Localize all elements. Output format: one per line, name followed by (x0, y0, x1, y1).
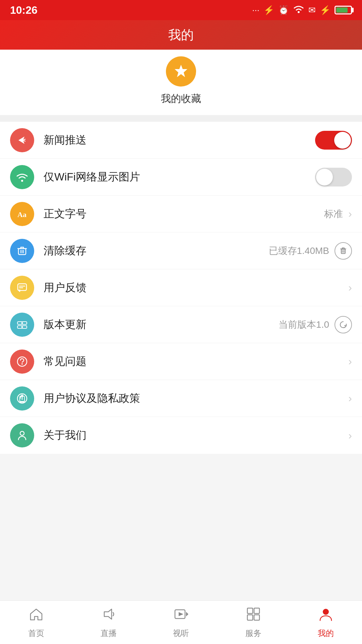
bluetooth-icon: ⚡ (263, 5, 274, 15)
collections-label: 我的收藏 (161, 92, 201, 106)
tab-video[interactable]: 视听 (145, 606, 217, 639)
tab-live[interactable]: 直播 (72, 606, 145, 639)
tab-mine[interactable]: 我的 (290, 606, 362, 639)
svg-point-25 (323, 609, 329, 615)
settings-item-news-push[interactable]: 新闻推送 (0, 122, 362, 159)
about-right: › (348, 429, 352, 442)
faq-chevron-icon: › (348, 355, 352, 368)
cache-size-value: 已缓存1.40MB (269, 245, 329, 257)
tab-mine-label: 我的 (318, 628, 334, 639)
settings-list: 新闻推送 仅WiFi网络显示图片 Aa 正文字号 标准 › (0, 122, 362, 454)
clear-cache-value-wrap: 已缓存1.40MB (269, 242, 352, 260)
section-divider (0, 115, 362, 122)
font-size-value: 标准 (324, 208, 343, 220)
svg-point-13 (21, 363, 23, 365)
version-value-wrap: 当前版本1.0 (279, 316, 352, 333)
charge-icon: ⚡ (320, 5, 330, 15)
service-tab-icon (246, 606, 261, 625)
home-tab-icon (28, 606, 44, 625)
page-header: 我的 (0, 20, 362, 50)
msg-icon: ✉ (308, 5, 316, 15)
tab-video-label: 视听 (173, 628, 189, 639)
svg-rect-22 (254, 608, 259, 613)
svg-rect-7 (18, 284, 26, 290)
tab-bar: 首页 直播 视听 服务 (0, 600, 362, 644)
svg-point-3 (21, 180, 23, 182)
svg-rect-21 (247, 608, 253, 613)
wifi-images-label: 仅WiFi网络显示图片 (44, 170, 315, 184)
live-tab-icon (101, 606, 116, 625)
svg-marker-20 (179, 612, 183, 616)
tab-live-label: 直播 (101, 628, 117, 639)
about-icon (10, 423, 34, 447)
tab-home-label: 首页 (28, 628, 44, 639)
clear-cache-icon (10, 239, 34, 263)
svg-point-17 (20, 431, 24, 435)
news-push-toggle[interactable] (315, 131, 352, 150)
svg-marker-19 (186, 612, 188, 616)
agreement-chevron-icon: › (348, 392, 352, 405)
settings-item-clear-cache[interactable]: 清除缓存 已缓存1.40MB (0, 232, 362, 269)
collections-icon (166, 56, 196, 87)
svg-point-11 (21, 326, 23, 328)
settings-item-agreement[interactable]: 用户协议及隐私政策 › (0, 380, 362, 417)
svg-point-0 (298, 11, 300, 13)
svg-text:Aa: Aa (17, 210, 26, 219)
agreement-icon (10, 386, 34, 411)
version-icon (10, 313, 34, 337)
trash-icon[interactable] (335, 242, 352, 260)
battery-icon (335, 6, 352, 14)
alarm-icon: ⏰ (278, 5, 289, 15)
wifi-images-toggle[interactable] (315, 168, 352, 186)
svg-marker-1 (175, 65, 187, 77)
font-size-label: 正文字号 (44, 207, 324, 221)
status-icons: ··· ⚡ ⏰ ✉ ⚡ (252, 5, 352, 16)
font-size-chevron-icon: › (348, 208, 352, 220)
about-chevron-icon: › (348, 429, 352, 442)
signal-icon: ··· (252, 5, 259, 15)
news-push-label: 新闻推送 (44, 133, 315, 148)
faq-label: 常见问题 (44, 354, 348, 369)
settings-item-wifi-images[interactable]: 仅WiFi网络显示图片 (0, 159, 362, 196)
agreement-label: 用户协议及隐私政策 (44, 391, 348, 406)
collections-section[interactable]: 我的收藏 (0, 50, 362, 115)
about-label: 关于我们 (44, 428, 348, 443)
font-size-value-wrap: 标准 › (324, 208, 352, 220)
faq-icon (10, 350, 34, 374)
settings-item-feedback[interactable]: 用户反馈 › (0, 269, 362, 306)
settings-item-about[interactable]: 关于我们 › (0, 417, 362, 454)
svg-rect-24 (254, 615, 259, 620)
clear-cache-label: 清除缓存 (44, 244, 269, 258)
tab-service-label: 服务 (245, 628, 261, 639)
settings-item-font-size[interactable]: Aa 正文字号 标准 › (0, 196, 362, 232)
video-tab-icon (173, 606, 189, 625)
feedback-icon (10, 276, 34, 300)
news-push-icon (10, 128, 34, 152)
agreement-right: › (348, 392, 352, 405)
settings-item-version[interactable]: 版本更新 当前版本1.0 (0, 306, 362, 343)
wifi-images-icon (10, 165, 34, 189)
settings-item-faq[interactable]: 常见问题 › (0, 343, 362, 380)
feedback-right: › (348, 281, 352, 294)
status-bar: 10:26 ··· ⚡ ⏰ ✉ ⚡ (0, 0, 362, 20)
status-time: 10:26 (10, 4, 38, 16)
tab-home[interactable]: 首页 (0, 606, 72, 639)
version-value: 当前版本1.0 (279, 318, 329, 331)
faq-right: › (348, 355, 352, 368)
mine-tab-icon (318, 606, 334, 625)
svg-rect-23 (247, 615, 253, 620)
wifi-icon (293, 5, 304, 16)
svg-point-10 (21, 322, 23, 324)
feedback-label: 用户反馈 (44, 280, 348, 295)
version-label: 版本更新 (44, 317, 279, 332)
page-title: 我的 (168, 26, 194, 44)
font-size-icon: Aa (10, 202, 34, 226)
tab-service[interactable]: 服务 (217, 606, 290, 639)
feedback-chevron-icon: › (348, 281, 352, 294)
refresh-icon[interactable] (335, 316, 352, 333)
svg-point-12 (17, 357, 27, 366)
